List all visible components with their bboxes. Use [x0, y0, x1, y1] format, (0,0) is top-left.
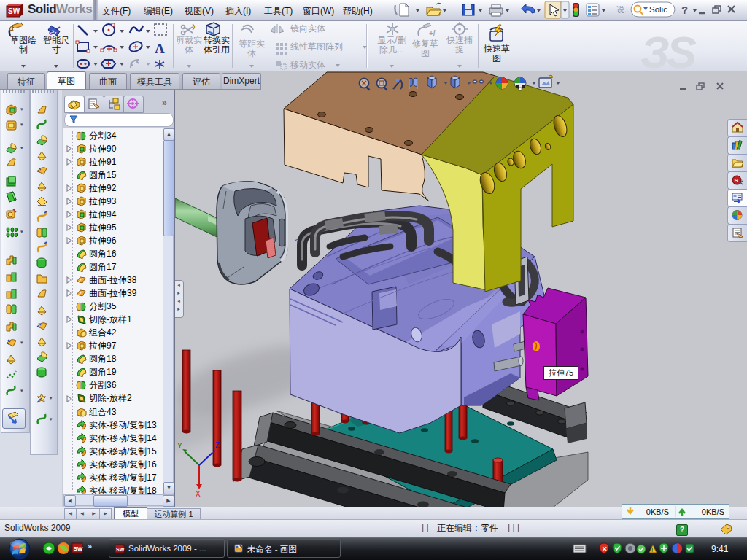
svg-text:✕: ✕ [602, 545, 608, 553]
svg-text:转换实: 转换实 [204, 35, 230, 45]
svg-text:智能尺: 智能尺 [43, 35, 69, 45]
svg-text:+/: +/ [429, 29, 436, 37]
svg-text:移动实体: 移动实体 [290, 60, 325, 70]
svg-text:SW: SW [116, 547, 125, 552]
svg-text:Y: Y [177, 442, 182, 450]
svg-text:图: 图 [492, 53, 501, 63]
svg-text:说..: 说.. [616, 5, 629, 14]
svg-text:!: ! [651, 547, 653, 553]
svg-text:草图绘: 草图绘 [10, 35, 36, 45]
svg-text:SW: SW [74, 545, 83, 552]
svg-text:快速草: 快速草 [483, 44, 510, 54]
svg-text:»: » [88, 542, 92, 551]
svg-text:A: A [155, 41, 165, 56]
svg-text:线性草图阵列: 线性草图阵列 [290, 42, 343, 52]
svg-text:0KB/S: 0KB/S [646, 508, 669, 516]
svg-text:SW: SW [8, 7, 20, 15]
svg-text:体: 体 [247, 48, 256, 58]
svg-text:0KB/S: 0KB/S [702, 508, 724, 516]
svg-text:快速捕: 快速捕 [446, 35, 473, 45]
svg-text:Solic: Solic [649, 5, 667, 14]
svg-text:捉: 捉 [454, 44, 464, 55]
svg-text:修复草: 修复草 [412, 39, 438, 49]
svg-text:显示/删: 显示/删 [377, 35, 406, 45]
svg-text:等距实: 等距实 [239, 39, 265, 49]
svg-text:X: X [196, 490, 201, 498]
svg-text:?: ? [681, 4, 688, 16]
svg-text:S: S [735, 177, 739, 184]
svg-text:体: 体 [185, 44, 193, 55]
svg-text:寸: 寸 [52, 44, 61, 55]
svg-text:剪裁实: 剪裁实 [176, 35, 202, 45]
svg-text:除几...: 除几... [379, 44, 404, 55]
svg-text:制: 制 [19, 44, 28, 55]
svg-text:体引用: 体引用 [204, 44, 230, 55]
svg-text:Z: Z [215, 441, 220, 449]
svg-text:镜向实体: 镜向实体 [290, 23, 325, 34]
svg-text:图: 图 [421, 48, 430, 58]
